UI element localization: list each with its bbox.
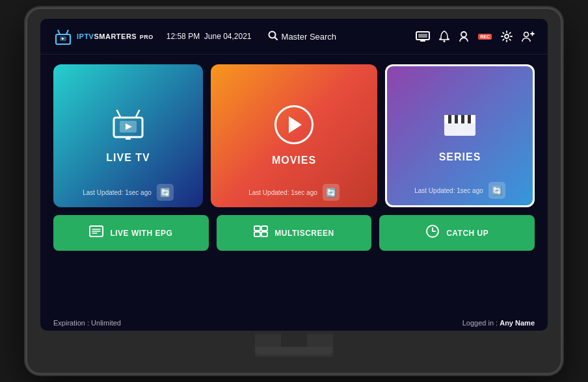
svg-point-12: [505, 34, 509, 38]
svg-rect-25: [448, 115, 451, 123]
livetv-updated: Last Updated: 1sec ago: [83, 189, 152, 196]
livetv-refresh-button[interactable]: 🔄: [157, 184, 174, 201]
catchup-button[interactable]: CATCH UP: [379, 215, 535, 251]
svg-rect-38: [254, 226, 260, 231]
multiscreen-label: MULTISCREEN: [274, 229, 334, 238]
header: IPTVSMARTERS PRO 12:58 PM June 04,2021 M…: [40, 19, 548, 55]
user-manage-icon[interactable]: [522, 31, 535, 42]
svg-line-21: [136, 110, 139, 117]
screen-content: IPTVSMARTERS PRO 12:58 PM June 04,2021 M…: [40, 19, 548, 331]
tv-stand: [255, 334, 333, 357]
tv-neck: [281, 334, 307, 347]
svg-point-13: [524, 32, 529, 37]
rec-badge: REC: [478, 34, 492, 40]
movies-refresh-button[interactable]: 🔄: [323, 184, 340, 201]
svg-rect-41: [261, 232, 267, 236]
series-updated: Last Updated: 1sec ago: [414, 187, 483, 194]
svg-point-10: [444, 40, 446, 42]
svg-rect-32: [464, 115, 467, 123]
svg-rect-30: [451, 115, 454, 123]
svg-rect-9: [420, 40, 425, 42]
catchup-icon: [425, 224, 440, 242]
bottom-buttons: LIVE WITH EPG MULTISCREEN: [53, 215, 535, 251]
svg-rect-31: [458, 115, 461, 123]
svg-rect-29: [444, 115, 448, 123]
live-epg-label: LIVE WITH EPG: [110, 229, 172, 238]
livetv-title: LIVE TV: [106, 152, 150, 164]
expiry-text: Expiration : Unlimited: [53, 319, 121, 327]
record-icon[interactable]: REC: [478, 34, 492, 40]
series-card[interactable]: SERIES Last Updated: 1sec ago 🔄: [385, 64, 535, 207]
svg-line-20: [117, 110, 120, 117]
svg-rect-8: [418, 34, 427, 38]
svg-rect-28: [468, 115, 471, 123]
channels-icon[interactable]: [416, 31, 430, 42]
movies-title: MOVIES: [272, 155, 316, 166]
live-epg-button[interactable]: LIVE WITH EPG: [53, 215, 209, 251]
profile-icon[interactable]: [459, 31, 469, 42]
svg-rect-40: [254, 232, 260, 236]
movies-bottom: Last Updated: 1sec ago 🔄: [211, 184, 377, 201]
series-bottom: Last Updated: 1sec ago 🔄: [387, 182, 533, 199]
notification-icon[interactable]: [439, 31, 449, 42]
svg-rect-27: [461, 115, 464, 123]
multiscreen-icon: [254, 225, 268, 240]
catchup-label: CATCH UP: [446, 229, 488, 238]
svg-rect-33: [471, 115, 475, 123]
logged-text: Logged in : Any Name: [462, 319, 535, 327]
header-datetime: 12:58 PM June 04,2021: [167, 32, 252, 41]
tv-frame: IPTVSMARTERS PRO 12:58 PM June 04,2021 M…: [27, 9, 561, 373]
movies-updated: Last Updated: 1sec ago: [248, 189, 317, 196]
settings-icon[interactable]: [501, 31, 513, 42]
svg-point-11: [461, 32, 466, 37]
series-title: SERIES: [439, 151, 481, 163]
logo-icon: [53, 28, 73, 45]
livetv-icon: [109, 108, 148, 143]
svg-rect-39: [261, 226, 267, 231]
series-icon: [442, 108, 478, 141]
svg-line-6: [274, 38, 277, 40]
livetv-card[interactable]: LIVE TV Last Updated: 1sec ago 🔄: [53, 64, 203, 207]
main-area: LIVE TV Last Updated: 1sec ago 🔄 MOVIES: [40, 55, 548, 315]
series-refresh-button[interactable]: 🔄: [488, 182, 505, 199]
svg-rect-19: [126, 138, 131, 140]
epg-icon: [89, 225, 103, 240]
logo-text: IPTVSMARTERS PRO: [77, 32, 154, 40]
multiscreen-button[interactable]: MULTISCREEN: [217, 215, 372, 251]
tv-base: [255, 347, 333, 355]
logo-area: IPTVSMARTERS PRO: [53, 28, 154, 45]
livetv-bottom: Last Updated: 1sec ago 🔄: [53, 184, 203, 201]
movies-play-icon: [274, 105, 314, 144]
header-icons: REC: [416, 31, 535, 42]
master-search-button[interactable]: Master Search: [268, 31, 337, 42]
search-label: Master Search: [282, 32, 337, 42]
svg-rect-26: [455, 115, 458, 123]
tv-screen: IPTVSMARTERS PRO 12:58 PM June 04,2021 M…: [40, 19, 548, 331]
top-cards: LIVE TV Last Updated: 1sec ago 🔄 MOVIES: [53, 64, 535, 207]
movies-card[interactable]: MOVIES Last Updated: 1sec ago 🔄: [211, 64, 377, 207]
footer: Expiration : Unlimited Logged in : Any N…: [40, 315, 548, 331]
search-icon: [268, 31, 278, 42]
